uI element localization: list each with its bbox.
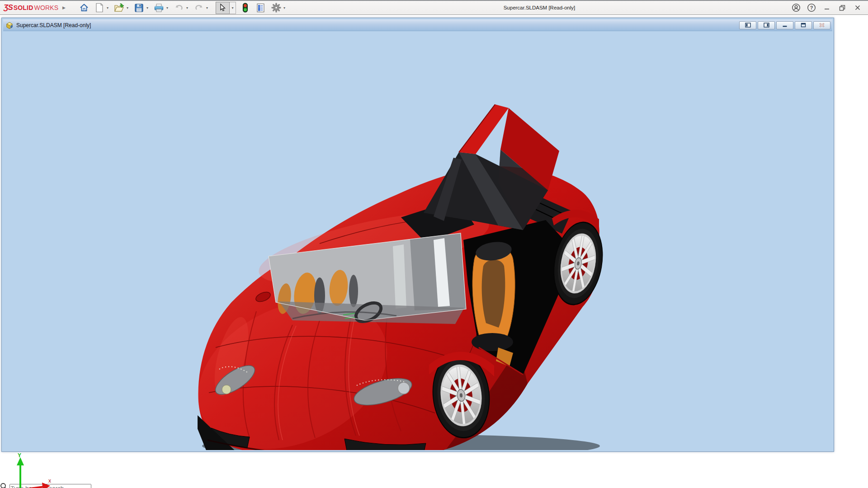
undo-icon <box>174 3 184 12</box>
document-window: Supercar.SLDASM [Read-only] <box>1 18 834 452</box>
svg-text:x: x <box>48 478 51 484</box>
main-toolbar: ▾ ▾ <box>78 2 289 14</box>
open-dropdown-caret[interactable]: ▾ <box>125 6 130 10</box>
redo-dropdown-caret[interactable]: ▾ <box>205 6 209 10</box>
app-window-controls: ? <box>789 2 864 14</box>
doc-restore-icon <box>801 23 806 28</box>
redo-icon <box>194 3 204 12</box>
restore-document-button[interactable] <box>795 21 812 29</box>
app-title-bar: ƷS SOLIDWORKS ▶ <box>0 0 868 15</box>
print-dropdown-caret[interactable]: ▾ <box>165 6 170 10</box>
open-folder-icon <box>114 3 125 13</box>
collapse-left-pane-button[interactable] <box>739 21 756 29</box>
home-button[interactable] <box>78 2 90 14</box>
close-window-button[interactable] <box>851 2 864 14</box>
menu-expander-icon[interactable]: ▶ <box>62 5 66 10</box>
traffic-light-icon <box>242 3 248 13</box>
solidworks-logo: ƷS SOLIDWORKS <box>4 3 61 12</box>
save-button[interactable] <box>133 2 145 14</box>
doc-minimize-icon <box>782 23 788 28</box>
close-icon <box>854 4 861 11</box>
document-window-controls <box>739 21 830 29</box>
select-dropdown-button[interactable]: ▾ <box>230 2 236 14</box>
restore-window-button[interactable] <box>835 2 849 14</box>
left-pane-icon <box>745 23 751 28</box>
doc-close-icon <box>819 23 825 28</box>
3ds-logo-mark: ƷS <box>4 3 13 12</box>
svg-text:?: ? <box>810 5 813 10</box>
select-cursor-icon <box>219 4 226 12</box>
file-properties-button[interactable] <box>255 2 267 14</box>
help-button[interactable]: ? <box>805 2 818 14</box>
account-button[interactable] <box>789 2 803 14</box>
options-dropdown-caret[interactable]: ▾ <box>282 6 287 10</box>
document-title-bar[interactable]: Supercar.SLDASM [Read-only] <box>3 19 832 31</box>
document-title: Supercar.SLDASM [Read-only] <box>16 22 739 28</box>
select-dropdown-caret: ▾ <box>230 6 235 10</box>
open-button[interactable] <box>113 2 125 14</box>
new-document-button[interactable] <box>94 2 105 14</box>
rebuild-button[interactable] <box>240 2 251 14</box>
close-document-button[interactable] <box>813 21 830 29</box>
new-document-icon <box>95 3 104 13</box>
app-window-title: Supercar.SLDASM [Read-only] <box>289 5 789 10</box>
minimize-document-button[interactable] <box>776 21 793 29</box>
undo-dropdown-caret[interactable]: ▾ <box>185 6 189 10</box>
user-account-icon <box>792 3 801 12</box>
assembly-doc-icon <box>5 21 14 29</box>
expand-right-pane-button[interactable] <box>758 21 775 29</box>
orientation-triad: Y x <box>3 452 54 488</box>
restore-icon <box>839 4 846 11</box>
undo-button[interactable] <box>173 2 185 14</box>
graphics-viewport[interactable]: Y x *Dimetric <box>3 31 832 488</box>
redo-button[interactable] <box>193 2 205 14</box>
desktop: ƷS SOLIDWORKS ▶ <box>0 0 868 488</box>
minimize-window-button[interactable] <box>820 2 834 14</box>
supercar-3d-model[interactable] <box>3 31 832 450</box>
right-pane-icon <box>764 23 769 28</box>
new-dropdown-caret[interactable]: ▾ <box>105 6 110 10</box>
help-icon: ? <box>807 3 816 12</box>
print-button[interactable] <box>153 2 165 14</box>
gear-icon <box>271 3 281 13</box>
select-tool-button[interactable] <box>216 2 230 14</box>
select-tool: ▾ <box>216 2 236 14</box>
file-properties-icon <box>256 3 265 13</box>
app-client-area: Supercar.SLDASM [Read-only] <box>0 15 868 473</box>
print-icon <box>154 3 164 13</box>
minimize-icon <box>823 4 830 11</box>
save-icon <box>134 3 144 13</box>
save-dropdown-caret[interactable]: ▾ <box>145 6 150 10</box>
home-icon <box>79 3 89 13</box>
svg-text:Y: Y <box>18 452 21 459</box>
options-button[interactable] <box>270 2 282 14</box>
